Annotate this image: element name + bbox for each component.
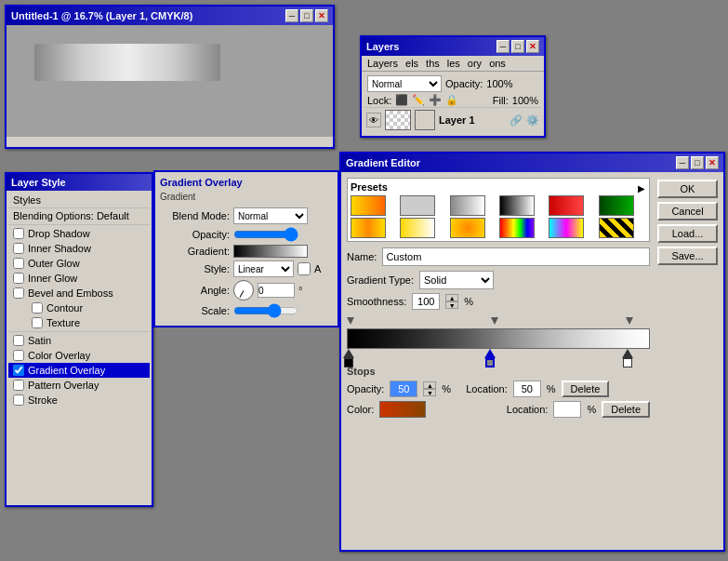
satin-checkbox[interactable] — [13, 335, 24, 346]
ge-ok-button[interactable]: OK — [657, 180, 718, 198]
style-satin[interactable]: Satin — [8, 333, 150, 348]
ge-presets-grid — [351, 195, 646, 238]
ge-name-input[interactable] — [382, 247, 650, 266]
inner-shadow-checkbox[interactable] — [13, 243, 24, 254]
blend-mode-select[interactable]: Normal — [367, 75, 442, 92]
go-angle-dial[interactable] — [233, 280, 254, 301]
ge-type-select[interactable]: Solid — [419, 271, 494, 289]
canvas-window-title: Untitled-1 @ 16.7% (Layer 1, CMYK/8) — [11, 10, 192, 21]
style-color-overlay[interactable]: Color Overlay — [8, 348, 150, 363]
ge-preset-12[interactable] — [599, 218, 634, 238]
ge-preset-3[interactable] — [450, 195, 485, 216]
layers-menu-item-4[interactable]: les — [444, 57, 463, 70]
ge-maximize-button[interactable]: □ — [691, 156, 704, 169]
ge-color-stop-mid[interactable] — [484, 349, 496, 367]
ge-close-button[interactable]: ✕ — [706, 156, 719, 169]
ge-preset-7[interactable] — [351, 218, 386, 238]
gradient-overlay-checkbox[interactable] — [13, 365, 24, 376]
layers-menu-item-5[interactable]: ory — [465, 57, 484, 70]
ge-smooth-input[interactable] — [412, 293, 440, 310]
go-reverse-checkbox[interactable] — [298, 262, 311, 275]
ge-gradient-bar-main[interactable] — [347, 328, 650, 349]
ge-preset-2[interactable] — [400, 195, 435, 216]
ge-color-delete-button[interactable]: Delete — [602, 401, 650, 418]
ge-opacity-up[interactable]: ▲ — [423, 381, 436, 389]
go-opacity-label: Opacity: — [160, 229, 230, 240]
go-blend-mode-select[interactable]: Normal — [233, 207, 308, 224]
layers-close-button[interactable]: ✕ — [526, 40, 539, 53]
fill-label: Fill: — [493, 95, 509, 106]
blending-options-item[interactable]: Blending Options: Default — [8, 208, 150, 223]
layer-visibility-toggle[interactable]: 👁 — [366, 113, 381, 127]
ge-preset-5[interactable] — [549, 195, 584, 216]
style-texture[interactable]: Texture — [27, 315, 150, 330]
pattern-overlay-checkbox[interactable] — [13, 380, 24, 391]
ge-preset-10[interactable] — [499, 218, 535, 238]
ge-cancel-button[interactable]: Cancel — [657, 202, 718, 220]
style-drop-shadow[interactable]: Drop Shadow — [8, 226, 150, 241]
go-scale-slider[interactable] — [233, 303, 298, 318]
ge-preset-6[interactable] — [599, 195, 634, 216]
minimize-button[interactable]: ─ — [285, 9, 298, 22]
style-contour[interactable]: Contour — [27, 301, 150, 315]
go-gradient-bar[interactable] — [233, 245, 308, 258]
layer-style-title: Layer Style — [11, 177, 66, 188]
layers-menu-item-2[interactable]: els — [403, 57, 421, 70]
contour-checkbox[interactable] — [32, 302, 43, 314]
ge-color-location-input[interactable] — [553, 401, 581, 418]
close-button[interactable]: ✕ — [315, 9, 328, 22]
style-stroke[interactable]: Stroke — [8, 393, 150, 407]
ge-opacity-location-input[interactable] — [513, 381, 541, 397]
layers-menu-item-6[interactable]: ons — [486, 57, 509, 70]
layers-maximize-button[interactable]: □ — [511, 40, 524, 53]
maximize-button[interactable]: □ — [300, 9, 313, 22]
style-bevel-emboss[interactable]: Bevel and Emboss — [8, 286, 150, 301]
outer-glow-checkbox[interactable] — [13, 258, 24, 269]
texture-checkbox[interactable] — [32, 317, 43, 328]
ge-preset-1[interactable] — [351, 195, 386, 216]
ge-preset-4[interactable] — [499, 195, 535, 216]
ge-smooth-down[interactable]: ▼ — [445, 301, 458, 309]
layers-menu-item-1[interactable]: Layers — [364, 57, 401, 70]
ge-color-stop-left-swatch — [344, 358, 353, 367]
outer-glow-label: Outer Glow — [28, 258, 80, 269]
ge-opacity-stop-mid[interactable] — [491, 317, 498, 328]
go-angle-input[interactable] — [258, 283, 295, 298]
bevel-emboss-checkbox[interactable] — [13, 287, 24, 299]
ge-preset-11[interactable] — [549, 218, 584, 238]
satin-label: Satin — [28, 335, 51, 346]
color-overlay-checkbox[interactable] — [13, 350, 24, 361]
ge-load-button[interactable]: Load... — [657, 224, 718, 243]
ge-preset-8[interactable] — [400, 218, 435, 238]
ge-opacity-down[interactable]: ▼ — [423, 389, 436, 396]
ge-color-stops-label: Color: — [347, 404, 374, 415]
ge-smooth-up[interactable]: ▲ — [445, 294, 458, 301]
ge-opacity-stop-right[interactable] — [626, 317, 633, 328]
ge-color-stop-right[interactable] — [622, 349, 633, 367]
style-pattern-overlay[interactable]: Pattern Overlay — [8, 378, 150, 393]
ge-opacity-stop-left[interactable] — [347, 317, 354, 328]
ge-opacity-value-input[interactable] — [390, 381, 417, 397]
ge-presets-arrow[interactable]: ▶ — [636, 182, 647, 194]
go-opacity-slider[interactable] — [233, 227, 298, 242]
stroke-checkbox[interactable] — [13, 394, 24, 406]
style-gradient-overlay[interactable]: Gradient Overlay — [8, 363, 150, 378]
layers-menu-item-3[interactable]: ths — [423, 57, 443, 70]
ge-preset-9[interactable] — [450, 218, 485, 238]
go-style-label: Style: — [160, 263, 230, 274]
go-style-select[interactable]: Linear — [233, 260, 294, 277]
style-inner-glow[interactable]: Inner Glow — [8, 271, 150, 286]
ge-minimize-button[interactable]: ─ — [676, 156, 689, 169]
ge-gradient-bar-inner — [348, 329, 649, 348]
style-inner-shadow[interactable]: Inner Shadow — [8, 241, 150, 256]
style-outer-glow[interactable]: Outer Glow — [8, 256, 150, 271]
inner-glow-checkbox[interactable] — [13, 273, 24, 284]
drop-shadow-checkbox[interactable] — [13, 228, 24, 239]
layers-minimize-button[interactable]: ─ — [496, 40, 510, 53]
ge-color-swatch[interactable] — [379, 401, 426, 418]
ge-opacity-delete-button[interactable]: Delete — [562, 381, 610, 397]
ge-color-stop-left[interactable] — [343, 349, 354, 367]
ge-save-button[interactable]: Save... — [657, 247, 718, 265]
canvas-drawing — [34, 44, 220, 81]
gradient-overlay-label: Gradient Overlay — [28, 365, 105, 376]
